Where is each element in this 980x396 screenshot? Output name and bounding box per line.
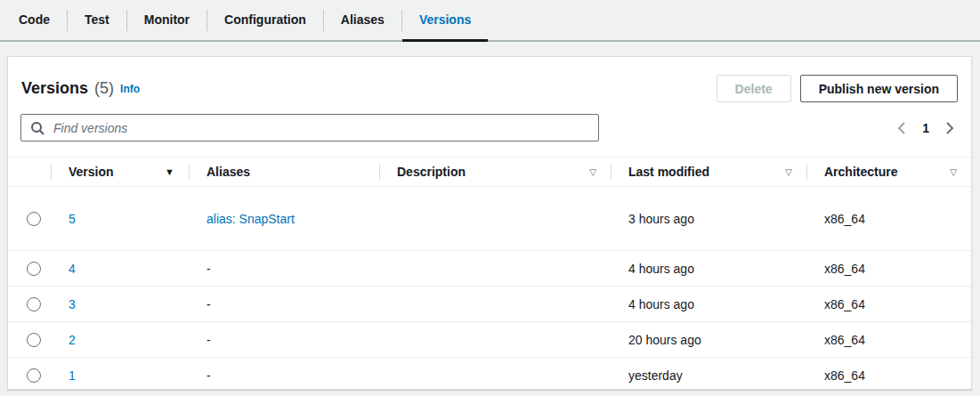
aliases-cell: - xyxy=(189,287,379,321)
panel-count: (5) xyxy=(94,79,114,98)
page-title: Versions (5) Info xyxy=(21,79,140,98)
column-header-version[interactable]: Version▼ xyxy=(51,158,189,186)
architecture-cell: x86_64 xyxy=(806,251,971,286)
description-cell xyxy=(379,287,611,321)
table-header-row: Version▼AliasesDescription▽Last modified… xyxy=(8,157,971,187)
description-cell xyxy=(379,251,611,286)
versions-panel: Versions (5) Info Delete Publish new ver… xyxy=(7,56,972,390)
row-select-radio[interactable] xyxy=(27,212,41,226)
column-header-last-modified[interactable]: Last modified▽ xyxy=(611,158,806,186)
column-header-label: Version xyxy=(69,165,114,179)
chevron-right-icon xyxy=(945,121,954,135)
last-modified-cell: yesterday xyxy=(611,358,806,390)
delete-button[interactable]: Delete xyxy=(717,75,791,102)
publish-new-version-button[interactable]: Publish new version xyxy=(800,75,958,102)
column-header-label: Last modified xyxy=(628,165,709,179)
description-cell xyxy=(379,358,611,390)
version-cell: 3 xyxy=(51,287,189,321)
description-cell xyxy=(379,322,611,357)
architecture-cell: x86_64 xyxy=(806,287,971,321)
column-header-architecture[interactable]: Architecture▽ xyxy=(806,158,971,186)
tab-monitor[interactable]: Monitor xyxy=(127,0,207,40)
column-header-label: Aliases xyxy=(207,165,250,179)
info-link[interactable]: Info xyxy=(120,83,140,95)
aliases-cell: alias: SnapStart xyxy=(189,187,379,250)
row-select-radio[interactable] xyxy=(27,297,41,311)
select-cell xyxy=(8,251,51,286)
alias-link[interactable]: alias: SnapStart xyxy=(207,212,295,226)
version-link[interactable]: 3 xyxy=(69,297,76,311)
tab-code[interactable]: Code xyxy=(2,0,67,40)
next-page-button[interactable] xyxy=(939,117,960,139)
table-row: 2-20 hours agox86_64 xyxy=(8,322,971,358)
version-link[interactable]: 4 xyxy=(69,262,76,276)
tab-test[interactable]: Test xyxy=(68,0,126,40)
aliases-cell: - xyxy=(189,358,379,390)
tab-bar: CodeTestMonitorConfigurationAliasesVersi… xyxy=(0,0,980,42)
version-cell: 5 xyxy=(51,187,189,250)
search-box[interactable] xyxy=(20,114,599,141)
architecture-cell: x86_64 xyxy=(806,187,971,250)
architecture-cell: x86_64 xyxy=(806,358,971,390)
version-link[interactable]: 1 xyxy=(69,368,76,383)
search-input[interactable] xyxy=(21,115,598,141)
select-cell xyxy=(8,187,51,250)
tab-versions[interactable]: Versions xyxy=(402,0,488,40)
table-row: 5alias: SnapStart3 hours agox86_64 xyxy=(8,187,971,251)
tab-configuration[interactable]: Configuration xyxy=(207,0,323,40)
chevron-left-icon xyxy=(897,121,906,135)
column-header-aliases[interactable]: Aliases xyxy=(189,158,379,186)
panel-title-text: Versions xyxy=(21,79,88,98)
versions-table: Version▼AliasesDescription▽Last modified… xyxy=(8,157,971,390)
last-modified-cell: 3 hours ago xyxy=(611,187,806,250)
select-all-header xyxy=(8,158,51,186)
select-cell xyxy=(8,287,51,321)
table-row: 1-yesterdayx86_64 xyxy=(8,358,971,390)
aliases-cell: - xyxy=(189,251,379,286)
table-row: 4-4 hours agox86_64 xyxy=(8,251,971,287)
search-icon xyxy=(30,121,45,136)
row-select-radio[interactable] xyxy=(27,333,41,347)
architecture-cell: x86_64 xyxy=(806,322,971,357)
sortable-icon: ▽ xyxy=(589,167,596,177)
pagination: 1 xyxy=(891,117,960,139)
column-header-label: Architecture xyxy=(824,165,897,179)
panel-actions: Delete Publish new version xyxy=(717,75,958,102)
version-link[interactable]: 2 xyxy=(69,333,76,347)
previous-page-button[interactable] xyxy=(891,117,912,139)
version-link[interactable]: 5 xyxy=(69,212,76,226)
last-modified-cell: 20 hours ago xyxy=(611,322,806,357)
sort-descending-icon: ▼ xyxy=(165,166,174,177)
panel-header: Versions (5) Info Delete Publish new ver… xyxy=(8,57,971,103)
sortable-icon: ▽ xyxy=(785,167,792,177)
page-number[interactable]: 1 xyxy=(919,121,932,135)
last-modified-cell: 4 hours ago xyxy=(611,251,806,286)
column-header-label: Description xyxy=(397,165,466,179)
version-cell: 1 xyxy=(51,358,189,390)
version-cell: 4 xyxy=(51,251,189,286)
select-cell xyxy=(8,358,51,390)
table-row: 3-4 hours agox86_64 xyxy=(8,287,971,322)
row-select-radio[interactable] xyxy=(27,368,41,383)
column-header-description[interactable]: Description▽ xyxy=(379,158,611,186)
version-cell: 2 xyxy=(51,322,189,357)
sortable-icon: ▽ xyxy=(950,167,957,177)
table-body: 5alias: SnapStart3 hours agox86_644-4 ho… xyxy=(8,187,971,390)
aliases-cell: - xyxy=(189,322,379,357)
table-toolbar: 1 xyxy=(20,114,960,141)
row-select-radio[interactable] xyxy=(27,262,41,276)
last-modified-cell: 4 hours ago xyxy=(611,287,806,321)
select-cell xyxy=(8,322,51,357)
description-cell xyxy=(379,187,611,250)
tab-aliases[interactable]: Aliases xyxy=(324,0,401,40)
